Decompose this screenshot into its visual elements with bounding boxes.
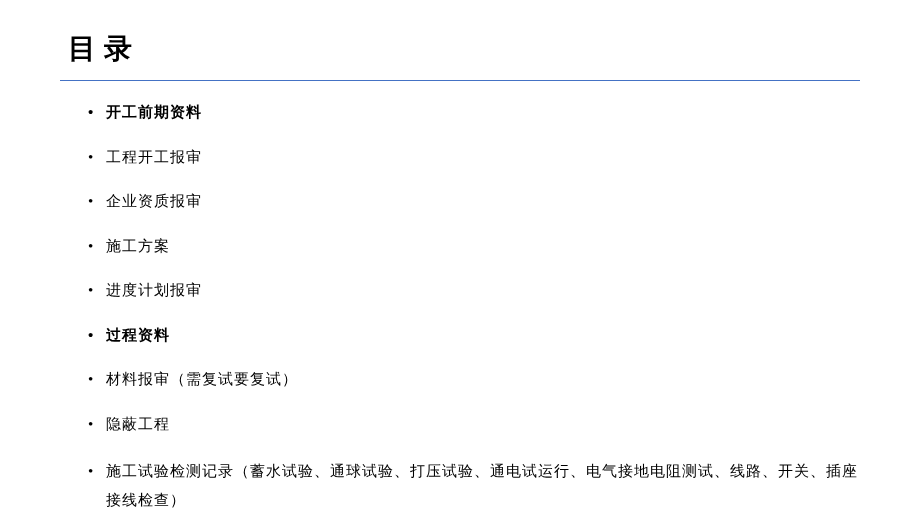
list-item: 过程资料 [88, 324, 860, 347]
title-divider [60, 80, 860, 81]
list-item: 进度计划报审 [88, 279, 860, 302]
list-item: 材料报审（需复试要复试） [88, 368, 860, 391]
list-item: 工程开工报审 [88, 146, 860, 169]
list-item: 开工前期资料 [88, 101, 860, 124]
list-item: 隐蔽工程 [88, 413, 860, 436]
toc-list: 开工前期资料 工程开工报审 企业资质报审 施工方案 进度计划报审 过程资料 材料… [60, 101, 860, 514]
list-item: 施工试验检测记录（蓄水试验、通球试验、打压试验、通电试运行、电气接地电阻测试、线… [88, 457, 860, 514]
list-item: 企业资质报审 [88, 190, 860, 213]
list-item: 施工方案 [88, 235, 860, 258]
page-title: 目录 [68, 30, 860, 68]
